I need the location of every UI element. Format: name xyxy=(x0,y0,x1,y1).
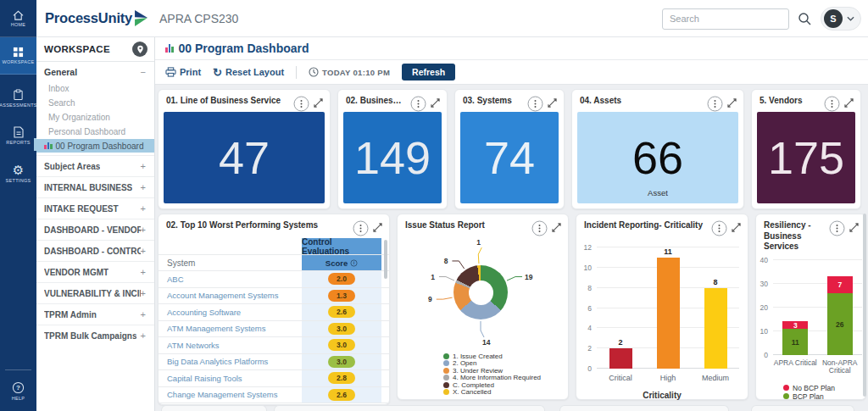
kpi-value: 175 xyxy=(768,135,844,181)
expand-icon[interactable] xyxy=(548,98,557,108)
system-link[interactable]: ATM Management Systems xyxy=(159,324,266,333)
rail-item-home[interactable]: HOME xyxy=(0,0,36,37)
kebab-menu-icon[interactable] xyxy=(293,96,309,112)
kpi-card-title: 04. Assets xyxy=(580,96,703,107)
kebab-menu-icon[interactable] xyxy=(829,220,845,236)
legend-dot-icon xyxy=(443,382,449,388)
table-scrollbar[interactable] xyxy=(384,240,387,279)
expand-icon[interactable] xyxy=(844,98,854,108)
sidebar-section[interactable]: VENDOR MGMT + xyxy=(36,261,154,282)
info-icon[interactable]: i xyxy=(350,259,358,267)
expand-plus-icon[interactable]: + xyxy=(141,288,146,298)
kebab-menu-icon[interactable] xyxy=(531,220,548,236)
home-icon xyxy=(12,9,25,20)
expand-icon[interactable] xyxy=(373,223,382,232)
sidebar-item-program-dashboard-selected[interactable]: 00 Program Dashboard xyxy=(36,139,154,153)
print-button[interactable]: Print xyxy=(165,67,201,77)
search-icon[interactable] xyxy=(798,12,812,26)
rail-item-settings[interactable]: ⚙ SETTINGS xyxy=(0,154,36,192)
x-tick-label: Non-APRA Critical xyxy=(814,359,867,376)
sidebar-item-personal-dashboard[interactable]: Personal Dashboard xyxy=(36,125,154,139)
sidebar-section[interactable]: INTAKE REQUEST + xyxy=(36,197,154,219)
sidebar-section[interactable]: VULNERABILITY & INCIDENT + xyxy=(36,282,154,303)
system-link[interactable]: Big Data Analytics Platforms xyxy=(159,357,268,366)
score-badge: 3.0 xyxy=(328,339,355,351)
topbar-right: S xyxy=(662,0,861,37)
kpi-tile: 175 xyxy=(757,112,855,203)
system-link[interactable]: Accounting Software xyxy=(159,308,241,317)
y-tick-label: 10 xyxy=(576,264,592,272)
expand-plus-icon[interactable]: + xyxy=(141,246,146,256)
expand-icon[interactable] xyxy=(732,223,741,232)
sidebar-section[interactable]: Subject Areas + xyxy=(36,155,154,176)
kpi-value: 47 xyxy=(219,135,270,181)
sidebar-item-inbox[interactable]: Inbox xyxy=(36,81,154,96)
rail-item-assessments[interactable]: ASSESSMENTS xyxy=(0,80,36,117)
user-menu[interactable]: S xyxy=(821,7,861,31)
expand-icon[interactable] xyxy=(849,223,859,232)
reset-layout-button[interactable]: ↻ Reset Layout xyxy=(213,67,284,77)
sidebar-section[interactable]: TPRM Admin + xyxy=(36,303,154,325)
sidebar-section[interactable]: DASHBOARD - CONTROL TE... + xyxy=(36,240,154,261)
system-link[interactable]: Account Management Systems xyxy=(159,291,278,300)
search-input[interactable] xyxy=(662,8,789,30)
sidebar-section-label: TPRM Admin xyxy=(44,310,97,319)
expand-icon[interactable] xyxy=(552,223,561,232)
system-link[interactable]: Change Management Systems xyxy=(159,390,277,399)
rail-item-help[interactable]: ? HELP xyxy=(0,370,36,411)
y-tick-label: 0 xyxy=(576,364,592,373)
sidebar-section[interactable]: INTERNAL BUSINESS + xyxy=(36,176,154,197)
sidebar-sections: Subject Areas + INTERNAL BUSINESS + INTA… xyxy=(36,155,154,346)
kebab-menu-icon[interactable] xyxy=(824,96,840,112)
table-row: Accounting Software 2.6 xyxy=(159,304,389,321)
sidebar-header-title: WORKSPACE xyxy=(44,44,110,54)
expand-plus-icon[interactable]: + xyxy=(141,225,146,235)
card-title: Incident Reporting- Criticality xyxy=(584,220,707,231)
system-link[interactable]: ATM Networks xyxy=(159,341,220,350)
expand-plus-icon[interactable]: + xyxy=(141,330,146,341)
rail-item-workspace[interactable]: WORKSPACE xyxy=(0,37,36,75)
brand-logo-text: ProcessUnity xyxy=(45,10,132,26)
donut-value-label: 19 xyxy=(525,273,532,281)
stacked-bar-chart: 113267010203040APRA CriticalNon-APRA Cri… xyxy=(756,255,865,406)
stack-segment: 7 xyxy=(827,276,853,293)
kpi-tile: 149 xyxy=(343,112,442,203)
next-row-card-top xyxy=(559,405,729,411)
expand-plus-icon[interactable]: + xyxy=(141,267,146,277)
kebab-menu-icon[interactable] xyxy=(711,220,727,236)
sidebar-section[interactable]: DASHBOARD - VENDOR + xyxy=(36,219,154,240)
sidebar-item-my-organization[interactable]: My Organization xyxy=(36,110,154,125)
kebab-menu-icon[interactable] xyxy=(353,220,369,236)
legend-item: 2. Open xyxy=(443,360,541,368)
x-tick-label: Medium xyxy=(692,374,739,382)
system-link[interactable]: ABC xyxy=(159,275,184,284)
expand-plus-icon[interactable]: + xyxy=(141,203,146,214)
sidebar-section-general[interactable]: General − xyxy=(36,62,154,81)
expand-plus-icon[interactable]: + xyxy=(141,182,146,192)
expand-icon[interactable] xyxy=(727,98,737,108)
sidebar-section[interactable]: TPRM Bulk Campaigns + xyxy=(36,325,154,346)
kebab-menu-icon[interactable] xyxy=(707,96,723,112)
sidebar-section-label: INTAKE REQUEST xyxy=(44,204,119,214)
refresh-button[interactable]: Refresh xyxy=(402,64,455,81)
expand-icon[interactable] xyxy=(314,98,323,108)
sidebar-section-label: DASHBOARD - CONTROL TE... xyxy=(44,247,141,256)
print-label: Print xyxy=(180,67,201,77)
sidebar-item-search[interactable]: Search xyxy=(36,96,154,110)
stacked-legend: No BCP PlanBCP Plan xyxy=(783,384,835,401)
expand-plus-icon[interactable]: + xyxy=(141,309,146,319)
table-row: ATM Networks 3.0 xyxy=(159,337,389,354)
sidebar-section-label: TPRM Bulk Campaigns xyxy=(44,331,136,341)
expand-icon[interactable] xyxy=(431,98,440,108)
rail-item-reports[interactable]: REPORTS xyxy=(0,117,36,154)
expand-plus-icon[interactable]: + xyxy=(141,161,146,171)
content-scrollbar[interactable] xyxy=(863,214,866,397)
pin-button[interactable] xyxy=(132,42,147,57)
collapse-icon[interactable]: − xyxy=(141,67,146,77)
system-link[interactable]: Capital Raising Tools xyxy=(159,374,242,383)
kebab-menu-icon[interactable] xyxy=(410,96,426,112)
rail-item-label: SETTINGS xyxy=(6,178,31,183)
kpi-value: 66 xyxy=(632,135,683,181)
main-area: 00 Program Dashboard Print ↻ Reset Layou… xyxy=(155,37,868,411)
kebab-menu-icon[interactable] xyxy=(527,96,543,112)
